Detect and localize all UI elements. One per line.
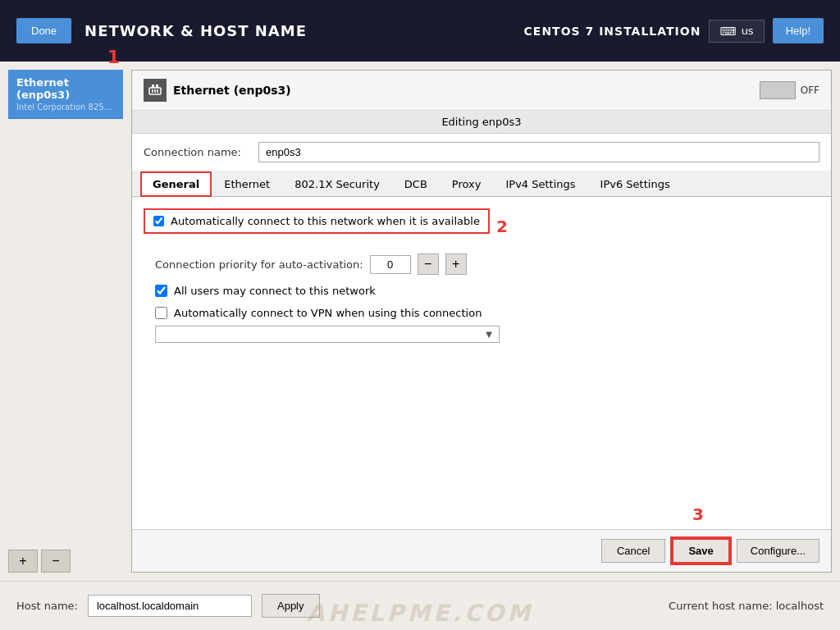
- network-item-container: Ethernet (enp0s3) Intel Corporation 8254…: [8, 70, 123, 119]
- top-bar-right: CENTOS 7 INSTALLATION ⌨ us Help!: [524, 18, 824, 43]
- main-area: Ethernet (enp0s3) Intel Corporation 8254…: [0, 62, 840, 581]
- auto-connect-label: Automatically connect to this network wh…: [171, 215, 480, 227]
- toggle-area[interactable]: OFF: [760, 81, 819, 99]
- tab-general[interactable]: General: [140, 171, 212, 197]
- configure-button[interactable]: Configure...: [737, 539, 819, 563]
- tab-content-general: Automatically connect to this network wh…: [132, 197, 831, 529]
- all-users-checkbox[interactable]: [155, 285, 167, 297]
- sidebar-buttons: + −: [8, 550, 123, 573]
- tab-ipv6[interactable]: IPv6 Settings: [588, 171, 682, 197]
- save-button[interactable]: Save: [672, 538, 729, 564]
- vpn-dropdown[interactable]: ▼: [155, 326, 500, 343]
- tab-8021x-security[interactable]: 802.1X Security: [282, 171, 392, 197]
- tabs-bar: General Ethernet 802.1X Security DCB Pro…: [132, 171, 831, 197]
- editing-title: Editing enp0s3: [132, 111, 831, 134]
- priority-decrement-button[interactable]: −: [418, 253, 439, 275]
- auto-connect-checkbox-row: Automatically connect to this network wh…: [144, 208, 490, 234]
- top-bar-left: Done NETWORK & HOST NAME: [16, 18, 307, 43]
- ethernet-header: Ethernet (enp0s3) OFF: [132, 71, 831, 111]
- auto-connect-checkbox[interactable]: [153, 216, 164, 226]
- step1-annotation: 1: [107, 47, 120, 67]
- edit-panel: Ethernet (enp0s3) OFF Editing enp0s3 Con…: [131, 70, 832, 573]
- all-users-label: All users may connect to this network: [174, 285, 376, 297]
- keyboard-widget[interactable]: ⌨ us: [709, 20, 764, 43]
- svg-rect-1: [152, 84, 154, 88]
- keyboard-lang: us: [742, 25, 754, 37]
- remove-network-button[interactable]: −: [41, 550, 71, 573]
- hostname-label: Host name:: [16, 600, 78, 612]
- apply-button[interactable]: Apply: [262, 594, 320, 618]
- step3-annotation: 3: [692, 504, 704, 524]
- toggle-label: OFF: [801, 84, 819, 96]
- hostname-input[interactable]: [88, 595, 252, 617]
- tab-dcb[interactable]: DCB: [392, 171, 440, 197]
- all-users-row: All users may connect to this network: [155, 285, 819, 297]
- priority-label: Connection priority for auto-activation:: [155, 258, 363, 271]
- vpn-checkbox[interactable]: [155, 307, 167, 319]
- priority-increment-button[interactable]: +: [445, 253, 467, 275]
- conn-name-input[interactable]: [258, 142, 819, 162]
- vpn-checkbox-row: Automatically connect to VPN when using …: [155, 307, 819, 319]
- priority-input[interactable]: [370, 255, 411, 274]
- network-list: Ethernet (enp0s3) Intel Corporation 8254…: [8, 70, 123, 543]
- network-item[interactable]: Ethernet (enp0s3) Intel Corporation 8254…: [8, 70, 123, 119]
- help-button[interactable]: Help!: [773, 18, 824, 43]
- left-sidebar: Ethernet (enp0s3) Intel Corporation 8254…: [8, 70, 123, 573]
- dialog-actions: Cancel Save Configure...: [132, 529, 831, 572]
- dialog-actions-wrapper: 3 Cancel Save Configure...: [132, 529, 831, 572]
- step2-annotation: 2: [496, 217, 508, 236]
- tab-proxy[interactable]: Proxy: [440, 171, 494, 197]
- current-hostname: Current host name: localhost: [669, 600, 824, 612]
- dropdown-arrow-icon: ▼: [486, 330, 492, 339]
- ethernet-icon: [144, 79, 167, 102]
- top-bar: Done NETWORK & HOST NAME CENTOS 7 INSTAL…: [0, 0, 840, 62]
- conn-name-label: Connection name:: [144, 146, 250, 158]
- bottom-bar: Host name: Apply Current host name: loca…: [0, 581, 840, 630]
- svg-rect-2: [156, 84, 158, 88]
- cancel-button[interactable]: Cancel: [601, 539, 665, 563]
- tab-ethernet[interactable]: Ethernet: [212, 171, 282, 197]
- keyboard-icon: ⌨: [719, 25, 736, 38]
- done-button[interactable]: Done: [16, 18, 71, 43]
- ethernet-header-left: Ethernet (enp0s3): [144, 79, 291, 102]
- centos-label: CENTOS 7 INSTALLATION: [524, 25, 701, 38]
- network-item-title: Ethernet (enp0s3): [16, 76, 115, 101]
- vpn-label: Automatically connect to VPN when using …: [174, 307, 482, 319]
- add-network-button[interactable]: +: [8, 550, 38, 573]
- conn-name-row: Connection name:: [132, 134, 831, 171]
- tab-ipv4[interactable]: IPv4 Settings: [493, 171, 587, 197]
- priority-row: Connection priority for auto-activation:…: [155, 253, 819, 275]
- network-item-sub: Intel Corporation 82540EM Gigabit Ethern…: [16, 103, 115, 112]
- network-panel: Ethernet (enp0s3) Intel Corporation 8254…: [0, 62, 840, 581]
- toggle-switch[interactable]: [760, 81, 796, 99]
- ethernet-name: Ethernet (enp0s3): [173, 84, 291, 97]
- page-title: NETWORK & HOST NAME: [84, 22, 307, 39]
